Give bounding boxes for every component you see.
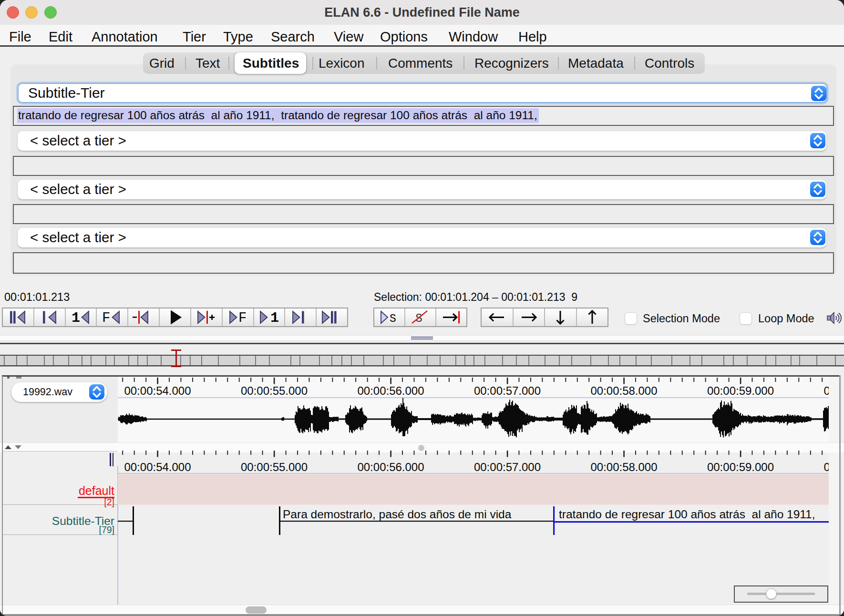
svg-text:00:00:57.000: 00:00:57.000	[474, 384, 541, 397]
svg-text:tratando de regresar 100 años: tratando de regresar 100 años atrás al a…	[559, 508, 815, 521]
svg-text:00:00:54.000: 00:00:54.000	[124, 384, 191, 397]
svg-text:00:01:00.000: 00:01:00.000	[823, 461, 829, 473]
svg-text:00:00:57.000: 00:00:57.000	[474, 461, 541, 473]
svg-text:S: S	[390, 313, 396, 325]
svg-text:00:00:54.000: 00:00:54.000	[124, 461, 191, 473]
svg-text:00:00:56.000: 00:00:56.000	[357, 461, 424, 473]
svg-text:00:00:56.000: 00:00:56.000	[357, 384, 424, 397]
svg-text:Para demostrarlo, pasé dos año: Para demostrarlo, pasé dos años de mi vi…	[283, 508, 512, 521]
svg-text:00:00:55.000: 00:00:55.000	[241, 461, 308, 473]
svg-text:00:00:58.000: 00:00:58.000	[590, 384, 657, 397]
svg-text:S: S	[415, 312, 422, 326]
svg-text:1: 1	[270, 310, 279, 326]
svg-text:00:00:55.000: 00:00:55.000	[241, 384, 308, 397]
svg-text:1: 1	[72, 310, 80, 326]
svg-text:F: F	[102, 310, 110, 326]
svg-text:F: F	[238, 310, 247, 326]
svg-text:00:00:59.000: 00:00:59.000	[707, 384, 774, 397]
svg-text:00:00:58.000: 00:00:58.000	[590, 461, 657, 473]
svg-text:00:01:00.000: 00:01:00.000	[823, 384, 829, 397]
svg-text:00:00:59.000: 00:00:59.000	[707, 461, 774, 473]
